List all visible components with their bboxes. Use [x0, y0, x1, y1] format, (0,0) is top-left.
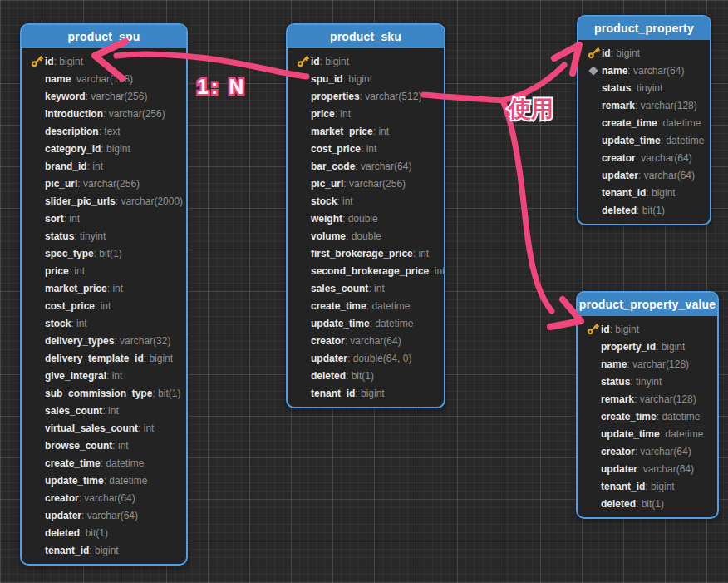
field-row-delivery_template_id[interactable]: delivery_template_id: bigint — [28, 349, 183, 367]
table-title-product-sku[interactable]: product_sku — [288, 25, 444, 48]
field-row-stock[interactable]: stock: int — [28, 314, 183, 332]
field-row-update_time[interactable]: update_time: datetime — [585, 131, 706, 149]
field-row-volume[interactable]: volume: double — [294, 227, 440, 245]
field-row-name[interactable]: name: varchar(128) — [28, 70, 183, 87]
field-row-price[interactable]: price: int — [294, 105, 440, 122]
field-type: : varchar(64) — [638, 170, 695, 181]
field-row-name[interactable]: name: varchar(128) — [584, 355, 714, 373]
field-row-sort[interactable]: sort: int — [28, 210, 183, 227]
table-title-product-spu[interactable]: product_spu — [22, 25, 186, 48]
field-row-update_time[interactable]: update_time: datetime — [584, 425, 714, 442]
field-row-second_brokerage_price[interactable]: second_brokerage_price: int — [294, 262, 440, 279]
relation-branch-to-property-value — [503, 101, 552, 311]
field-row-id[interactable]: id: bigint — [28, 52, 183, 70]
field-row-deleted[interactable]: deleted: bit(1) — [585, 201, 706, 219]
diagram-canvas[interactable]: product_spu id: bigintname: varchar(128)… — [0, 0, 728, 583]
field-row-keyword[interactable]: keyword: varchar(256) — [28, 87, 183, 105]
field-type: : double — [342, 213, 378, 225]
field-row-market_price[interactable]: market_price: int — [294, 122, 440, 140]
field-row-deleted[interactable]: deleted: bit(1) — [584, 495, 714, 512]
field-row-name[interactable]: name: varchar(64) — [585, 62, 706, 79]
field-name: update_time — [602, 135, 661, 146]
field-row-updater[interactable]: updater: varchar(64) — [585, 166, 706, 184]
field-row-create_time[interactable]: create_time: datetime — [294, 297, 440, 314]
field-row-id[interactable]: id: bigint — [294, 52, 440, 70]
field-row-cost_price[interactable]: cost_price: int — [28, 297, 183, 314]
field-name: category_id — [45, 143, 101, 155]
field-row-virtual_sales_count[interactable]: virtual_sales_count: int — [28, 419, 183, 437]
field-type: : text — [99, 126, 121, 137]
field-type: : varchar(64) — [627, 65, 684, 77]
field-name: creator — [601, 446, 635, 457]
field-row-properties[interactable]: properties: varchar(512) — [294, 87, 440, 105]
field-row-deleted[interactable]: deleted: bit(1) — [294, 367, 440, 384]
field-row-deleted[interactable]: deleted: bit(1) — [28, 524, 183, 541]
field-row-remark[interactable]: remark: varchar(128) — [584, 390, 714, 408]
field-row-delivery_types[interactable]: delivery_types: varchar(32) — [28, 332, 183, 349]
field-row-brand_id[interactable]: brand_id: int — [28, 157, 183, 175]
field-row-updater[interactable]: updater: varchar(64) — [28, 506, 183, 524]
field-row-category_id[interactable]: category_id: bigint — [28, 140, 183, 157]
field-row-browse_count[interactable]: browse_count: int — [28, 437, 183, 454]
table-product-property-value[interactable]: product_property_value id: bigintpropert… — [576, 291, 719, 519]
field-row-slider_pic_urls[interactable]: slider_pic_urls: varchar(2000) — [28, 192, 183, 210]
field-row-sub_commission_type[interactable]: sub_commission_type: bit(1) — [28, 384, 183, 402]
field-row-remark[interactable]: remark: varchar(128) — [585, 96, 706, 114]
field-row-pic_url[interactable]: pic_url: varchar(256) — [28, 175, 183, 192]
field-row-id[interactable]: id: bigint — [585, 44, 706, 62]
table-title-product-property[interactable]: product_property — [578, 17, 710, 40]
field-row-sales_count[interactable]: sales_count: int — [294, 279, 440, 297]
field-row-pic_url[interactable]: pic_url: varchar(256) — [294, 175, 440, 192]
field-row-updater[interactable]: updater: varchar(64) — [584, 460, 714, 477]
field-row-update_time[interactable]: update_time: datetime — [28, 472, 183, 489]
field-row-create_time[interactable]: create_time: datetime — [585, 114, 706, 131]
field-row-weight[interactable]: weight: double — [294, 210, 440, 227]
field-row-give_integral[interactable]: give_integral: int — [28, 367, 183, 384]
field-name: remark — [602, 100, 635, 111]
table-title-product-property-value[interactable]: product_property_value — [578, 293, 717, 316]
field-row-description[interactable]: description: text — [28, 122, 183, 140]
field-row-creator[interactable]: creator: varchar(64) — [585, 149, 706, 166]
field-type: : bigint — [611, 47, 640, 59]
field-row-first_brokerage_price[interactable]: first_brokerage_price: int — [294, 245, 440, 262]
field-name: sort — [45, 213, 64, 225]
field-row-tenant_id[interactable]: tenant_id: bigint — [584, 477, 714, 495]
field-row-creator[interactable]: creator: varchar(64) — [584, 442, 714, 460]
table-product-property[interactable]: product_property id: bigintname: varchar… — [577, 15, 711, 225]
field-name: name — [602, 65, 627, 77]
field-row-create_time[interactable]: create_time: datetime — [28, 454, 183, 472]
field-row-status[interactable]: status: tinyint — [28, 227, 183, 245]
field-type: : int — [64, 213, 80, 225]
field-row-status[interactable]: status: tinyint — [585, 79, 706, 96]
field-row-create_time[interactable]: create_time: datetime — [584, 408, 714, 425]
field-row-stock[interactable]: stock: int — [294, 192, 440, 210]
field-row-spu_id[interactable]: spu_id: bigint — [294, 70, 440, 87]
field-row-id[interactable]: id: bigint — [584, 320, 714, 338]
primary-key-icon — [585, 47, 602, 59]
field-type: : bigint — [610, 324, 639, 335]
field-row-spec_type[interactable]: spec_type: bit(1) — [28, 245, 183, 262]
field-row-cost_price[interactable]: cost_price: int — [294, 140, 440, 157]
field-row-market_price[interactable]: market_price: int — [28, 279, 183, 297]
field-row-status[interactable]: status: tinyint — [584, 373, 714, 390]
field-row-updater[interactable]: updater: double(64, 0) — [294, 349, 440, 367]
table-product-spu[interactable]: product_spu id: bigintname: varchar(128)… — [20, 23, 188, 566]
field-row-creator[interactable]: creator: varchar(64) — [28, 489, 183, 506]
field-row-sales_count[interactable]: sales_count: int — [28, 402, 183, 419]
field-row-tenant_id[interactable]: tenant_id: bigint — [585, 184, 706, 201]
field-type: : bit(1) — [637, 205, 665, 216]
field-row-price[interactable]: price: int — [28, 262, 183, 279]
field-row-bar_code[interactable]: bar_code: varchar(64) — [294, 157, 440, 175]
field-row-tenant_id[interactable]: tenant_id: bigint — [294, 384, 440, 402]
field-type: : int — [102, 405, 118, 417]
field-type: : int — [138, 422, 154, 434]
field-row-creator[interactable]: creator: varchar(64) — [294, 332, 440, 349]
field-name: status — [601, 376, 630, 388]
field-row-tenant_id[interactable]: tenant_id: bigint — [28, 541, 183, 559]
field-row-property_id[interactable]: property_id: bigint — [584, 338, 714, 355]
field-row-update_time[interactable]: update_time: datetime — [294, 314, 440, 332]
field-row-introduction[interactable]: introduction: varchar(256) — [28, 105, 183, 122]
field-name: status — [45, 230, 74, 242]
field-type: : double(64, 0) — [347, 353, 411, 364]
table-product-sku[interactable]: product_sku id: bigintspu_id: bigintprop… — [286, 23, 445, 408]
